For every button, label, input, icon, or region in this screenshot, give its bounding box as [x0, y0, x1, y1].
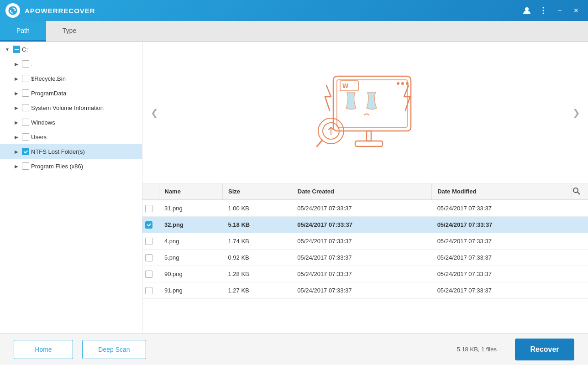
row-checkbox[interactable]	[145, 205, 152, 212]
more-icon[interactable]	[537, 4, 550, 17]
recycle-label: $Recycle.Bin	[31, 75, 66, 82]
file-name: 5.png	[159, 250, 223, 266]
c-drive-label: C:	[22, 46, 28, 53]
sidebar-item-programdata[interactable]: ▶ ProgramData	[0, 86, 142, 100]
app-icon	[5, 3, 20, 18]
status-text: 5.18 KB, 1 files	[457, 346, 497, 353]
svg-point-1	[525, 7, 529, 11]
svg-line-18	[578, 192, 580, 194]
file-name: 31.png	[159, 200, 223, 217]
content-area: ❮ W	[142, 42, 588, 333]
file-name: 91.png	[159, 282, 223, 299]
recover-button[interactable]: Recover	[515, 339, 574, 360]
sidebar-item-users[interactable]: ▶ Users	[0, 130, 142, 144]
table-row[interactable]: 4.png1.74 KB05/24/2017 07:33:3705/24/201…	[142, 233, 588, 250]
home-button[interactable]: Home	[14, 340, 73, 359]
users-checkbox[interactable]	[22, 133, 29, 141]
preview-prev-button[interactable]: ❮	[147, 105, 162, 120]
chevron-right-icon: ▶	[13, 119, 20, 126]
sidebar-item-sysvolinfo[interactable]: ▶ System Volume Information	[0, 100, 142, 115]
svg-point-3	[543, 10, 544, 11]
col-name: Name	[159, 183, 223, 200]
preview-illustration: W	[297, 58, 434, 167]
sidebar-item-dot[interactable]: ▶ .	[0, 57, 142, 71]
file-date-modified: 05/24/2017 07:33:37	[432, 200, 572, 217]
svg-text:W: W	[342, 82, 349, 89]
file-size: 1.28 KB	[223, 266, 292, 282]
file-name: 4.png	[159, 233, 223, 250]
svg-line-16	[317, 140, 322, 146]
sysvolinfo-checkbox[interactable]	[22, 104, 29, 111]
table-header-row: Name Size Date Created Date Modified	[142, 183, 588, 200]
chevron-right-icon: ▶	[13, 162, 20, 170]
file-size: 5.18 KB	[223, 217, 292, 233]
preview-next-button[interactable]: ❯	[569, 105, 583, 120]
chevron-right-icon: ▶	[13, 75, 20, 82]
sidebar: ▼ C: ▶ . ▶ $Recycle.Bin ▶ ProgramData ▶	[0, 42, 142, 333]
spacer-cell	[572, 217, 588, 233]
sidebar-item-programfilesx86[interactable]: ▶ Program Files (x86)	[0, 159, 142, 173]
programfilesx86-checkbox[interactable]	[22, 162, 29, 170]
ntfs-checkbox[interactable]	[22, 148, 29, 155]
sidebar-item-ntfs[interactable]: ▶ NTFS Lost Folder(s)	[0, 144, 142, 159]
deepscan-button[interactable]: Deep Scan	[82, 340, 146, 359]
table-row[interactable]: 90.png1.28 KB05/24/2017 07:33:3705/24/20…	[142, 266, 588, 282]
file-size: 1.00 KB	[223, 200, 292, 217]
file-date-created: 05/24/2017 07:33:37	[292, 200, 431, 217]
svg-point-4	[543, 13, 544, 14]
spacer-cell	[572, 282, 588, 299]
sidebar-item-recycle[interactable]: ▶ $Recycle.Bin	[0, 71, 142, 86]
row-checkbox[interactable]	[145, 271, 152, 278]
tab-type[interactable]: Type	[46, 21, 93, 42]
col-date-modified: Date Modified	[432, 183, 572, 200]
table-row[interactable]: 5.png0.92 KB05/24/2017 07:33:3705/24/201…	[142, 250, 588, 266]
col-date-created: Date Created	[292, 183, 431, 200]
programdata-checkbox[interactable]	[22, 89, 29, 97]
spacer-cell	[572, 250, 588, 266]
row-checkbox[interactable]	[145, 287, 152, 294]
spacer-cell	[572, 233, 588, 250]
tab-path[interactable]: Path	[0, 21, 46, 42]
tabbar: Path Type	[0, 21, 588, 42]
preview-area: ❮ W	[142, 42, 588, 183]
users-label: Users	[31, 134, 47, 141]
file-date-created: 05/24/2017 07:33:37	[292, 250, 431, 266]
programfilesx86-label: Program Files (x86)	[31, 163, 83, 170]
user-icon[interactable]	[520, 4, 533, 17]
file-date-modified: 05/24/2017 07:33:37	[432, 250, 572, 266]
titlebar: APOWERRECOVER − ✕	[0, 0, 588, 21]
file-table-wrap[interactable]: Name Size Date Created Date Modified	[142, 183, 588, 333]
sidebar-item-windows[interactable]: ▶ Windows	[0, 115, 142, 130]
search-icon[interactable]	[572, 183, 588, 200]
app-title: APOWERRECOVER	[25, 7, 520, 15]
select-all-header[interactable]	[142, 183, 159, 200]
chevron-right-icon: ▶	[13, 148, 20, 155]
file-date-modified: 05/24/2017 07:33:37	[432, 217, 572, 233]
close-button[interactable]: ✕	[570, 4, 583, 17]
row-checkbox[interactable]	[145, 238, 152, 245]
main-area: ▼ C: ▶ . ▶ $Recycle.Bin ▶ ProgramData ▶	[0, 42, 588, 333]
svg-point-2	[543, 7, 544, 9]
file-date-modified: 05/24/2017 07:33:37	[432, 266, 572, 282]
sidebar-item-c-drive[interactable]: ▼ C:	[0, 42, 142, 57]
svg-rect-13	[355, 141, 383, 146]
file-size: 1.74 KB	[223, 233, 292, 250]
programdata-label: ProgramData	[31, 90, 66, 97]
table-row[interactable]: 31.png1.00 KB05/24/2017 07:33:3705/24/20…	[142, 200, 588, 217]
svg-point-0	[8, 6, 17, 15]
row-checkbox[interactable]	[145, 254, 152, 261]
file-date-created: 05/24/2017 07:33:37	[292, 233, 431, 250]
minimize-button[interactable]: −	[553, 4, 566, 17]
sysvolinfo-label: System Volume Information	[31, 104, 104, 111]
row-checkbox[interactable]	[145, 221, 152, 229]
windows-checkbox[interactable]	[22, 119, 29, 126]
svg-rect-12	[367, 131, 371, 141]
table-row[interactable]: 32.png5.18 KB05/24/2017 07:33:3705/24/20…	[142, 217, 588, 233]
table-row[interactable]: 91.png1.27 KB05/24/2017 07:33:3705/24/20…	[142, 282, 588, 299]
file-size: 1.27 KB	[223, 282, 292, 299]
dot-checkbox[interactable]	[22, 60, 29, 68]
col-size: Size	[223, 183, 292, 200]
file-date-modified: 05/24/2017 07:33:37	[432, 233, 572, 250]
recycle-checkbox[interactable]	[22, 75, 29, 82]
c-drive-checkbox[interactable]	[13, 46, 20, 53]
